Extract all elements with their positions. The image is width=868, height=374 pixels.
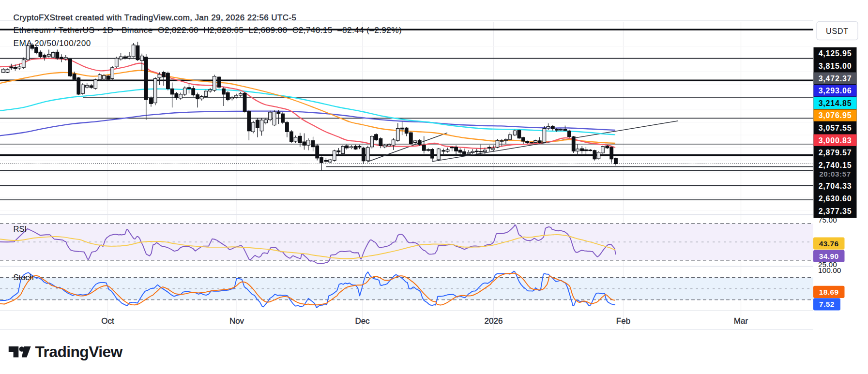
svg-text:TradingView: TradingView [35,343,123,360]
svg-text:34.90: 34.90 [819,252,839,260]
svg-text:2,704.33: 2,704.33 [819,182,852,190]
svg-text:18.69: 18.69 [819,288,839,296]
svg-text:2,740.15: 2,740.15 [819,161,852,169]
svg-text:Oct: Oct [101,316,114,326]
svg-text:EMA 20/50/100/200: EMA 20/50/100/200 [14,38,91,48]
svg-text:Ethereum / TetherUS · 1D · Bin: Ethereum / TetherUS · 1D · Binance O2,82… [14,25,402,35]
svg-text:3,214.85: 3,214.85 [819,99,852,107]
svg-text:3,293.06: 3,293.06 [819,87,852,95]
svg-text:43.76: 43.76 [819,239,839,248]
svg-text:Dec: Dec [355,316,370,326]
svg-text:RSI: RSI [14,224,27,233]
svg-text:4,125.95: 4,125.95 [819,49,852,58]
svg-text:7.52: 7.52 [819,300,835,308]
svg-text:20:03:57: 20:03:57 [819,170,851,178]
svg-text:CryptoFXStreet created with Tr: CryptoFXStreet created with TradingView.… [14,13,297,22]
svg-text:3,815.00: 3,815.00 [819,62,852,70]
svg-text:Stoch: Stoch [14,273,34,282]
svg-text:3,000.83: 3,000.83 [819,136,852,145]
svg-text:Nov: Nov [229,316,244,326]
svg-text:3,076.95: 3,076.95 [819,111,852,120]
svg-text:2,630.60: 2,630.60 [819,194,852,203]
svg-text:2026: 2026 [485,316,503,326]
svg-text:3,472.37: 3,472.37 [819,75,852,83]
svg-text:USDT: USDT [826,27,849,35]
svg-text:3,057.55: 3,057.55 [819,124,852,132]
svg-text:Feb: Feb [616,316,630,326]
svg-text:2,879.57: 2,879.57 [819,149,852,157]
svg-text:2,377.35: 2,377.35 [819,207,852,215]
svg-text:100.00: 100.00 [818,266,841,274]
svg-text:Mar: Mar [734,316,748,326]
